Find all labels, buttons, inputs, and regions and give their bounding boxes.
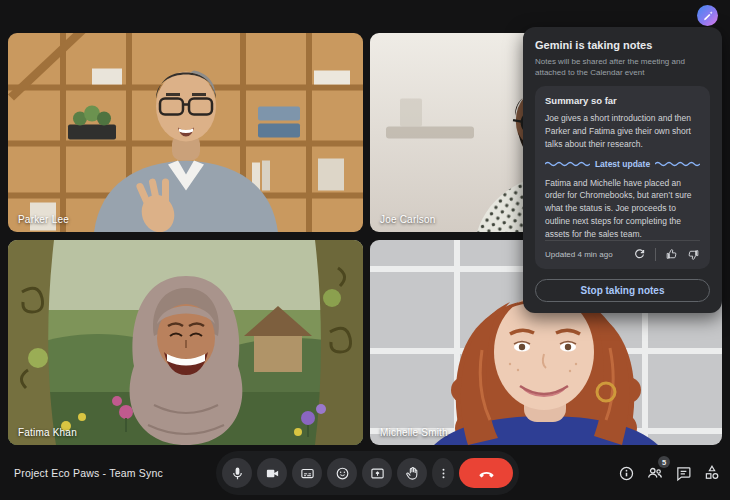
more-options-icon [437, 467, 450, 480]
chat-icon [675, 465, 692, 482]
activities-button[interactable] [703, 464, 721, 482]
thumb-up-button[interactable] [665, 248, 678, 261]
info-icon [618, 465, 635, 482]
participant-name-label: Joe Carlson [380, 214, 436, 225]
raise-hand-icon [405, 466, 420, 481]
smiley-icon [335, 466, 350, 481]
reactions-button[interactable] [327, 458, 357, 488]
call-controls [216, 451, 519, 495]
notes-summary-card: Summary so far Joe gives a short introdu… [535, 86, 710, 269]
thumb-up-icon [665, 248, 678, 261]
stop-taking-notes-button[interactable]: Stop taking notes [535, 279, 710, 302]
captions-icon [300, 466, 315, 481]
gemini-fab-button[interactable] [697, 5, 718, 26]
activities-icon [703, 464, 721, 482]
meeting-title: Project Eco Paws - Team Sync [14, 445, 163, 500]
wave-divider-icon [655, 161, 700, 167]
more-options-button[interactable] [432, 458, 454, 488]
panel-title: Gemini is taking notes [535, 39, 710, 51]
participant-name-label: Michelle Smith [380, 427, 448, 438]
thumb-down-icon [687, 248, 700, 261]
participant-video-parker [8, 33, 363, 232]
present-screen-icon [370, 466, 385, 481]
latest-update-label: Latest update [595, 159, 650, 169]
microphone-button[interactable] [222, 458, 252, 488]
panel-subtitle: Notes will be shared after the meeting a… [535, 56, 710, 78]
summary-text: Joe gives a short introduction and then … [545, 112, 700, 150]
refresh-button[interactable] [633, 248, 646, 261]
latest-update-text: Fatima and Michelle have placed an order… [545, 177, 700, 241]
info-button[interactable] [618, 465, 635, 482]
refresh-icon [633, 248, 646, 261]
notes-footer: Updated 4 min ago [545, 240, 700, 261]
end-call-icon [478, 465, 495, 482]
video-tile-fatima-khan[interactable]: Fatima Khan [8, 240, 363, 445]
participant-count-badge: 5 [658, 456, 670, 468]
raise-hand-button[interactable] [397, 458, 427, 488]
thumb-down-button[interactable] [687, 248, 700, 261]
camera-icon [265, 466, 280, 481]
captions-button[interactable] [292, 458, 322, 488]
meet-window: Parker Lee [0, 0, 730, 500]
video-tile-parker-lee[interactable]: Parker Lee [8, 33, 363, 232]
microphone-icon [230, 466, 245, 481]
participant-name-label: Parker Lee [18, 214, 69, 225]
people-button[interactable]: 5 [646, 464, 664, 482]
chat-button[interactable] [675, 465, 692, 482]
updated-timestamp: Updated 4 min ago [545, 250, 633, 259]
wave-divider-icon [545, 161, 590, 167]
summary-title: Summary so far [545, 95, 700, 106]
gemini-pen-sparkle-icon [701, 9, 714, 22]
bottom-bar: Project Eco Paws - Team Sync [0, 445, 730, 500]
participant-name-label: Fatima Khan [18, 427, 77, 438]
meeting-info-controls: 5 [618, 451, 721, 495]
present-screen-button[interactable] [362, 458, 392, 488]
end-call-button[interactable] [459, 458, 513, 488]
latest-update-divider: Latest update [545, 159, 700, 169]
camera-button[interactable] [257, 458, 287, 488]
footer-separator [655, 248, 656, 261]
gemini-notes-panel: Gemini is taking notes Notes will be sha… [523, 27, 722, 313]
participant-video-fatima [8, 240, 363, 445]
